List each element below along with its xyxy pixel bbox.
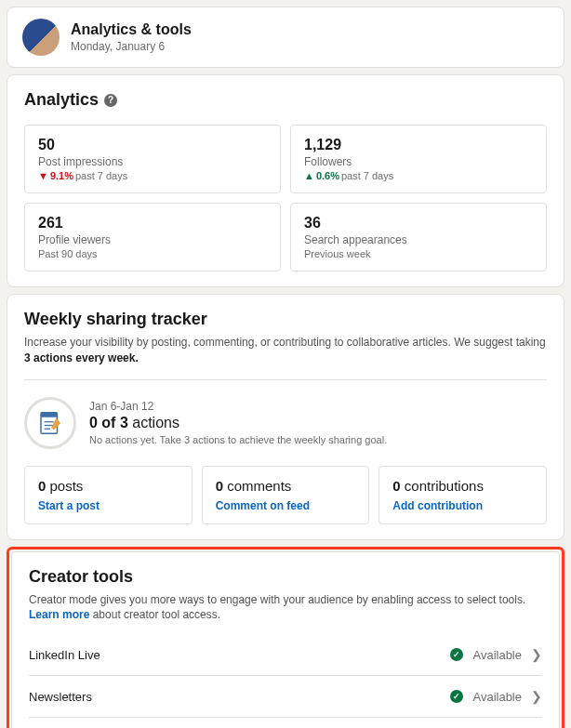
avatar[interactable] <box>22 19 60 56</box>
creator-tools-highlight: Creator tools Creator mode gives you mor… <box>7 547 564 728</box>
availability-label: Available <box>472 690 522 704</box>
comment-feed-link[interactable]: Comment on feed <box>216 499 356 512</box>
stat-sub: Previous week <box>304 248 533 259</box>
stat-search-appearances[interactable]: 36 Search appearances Previous week <box>290 203 547 271</box>
tracker-date-range: Jan 6-Jan 12 <box>89 400 387 413</box>
stat-value: 36 <box>304 215 533 232</box>
help-icon[interactable]: ? <box>104 94 117 107</box>
creator-desc: Creator mode gives you more ways to enga… <box>29 592 542 624</box>
tool-newsletters[interactable]: Newsletters ✓ Available ❯ <box>29 676 542 718</box>
tool-label: Newsletters <box>29 690 92 704</box>
arrow-down-icon: ▼ <box>38 170 48 181</box>
action-count: 0 comments <box>216 478 356 494</box>
stat-sub: ▲0.6% past 7 days <box>304 170 533 181</box>
stat-label: Search appearances <box>304 233 533 246</box>
notepad-icon <box>36 409 64 437</box>
chevron-right-icon: ❯ <box>531 647 542 662</box>
svg-rect-1 <box>41 412 58 417</box>
tracker-body: Jan 6-Jan 12 0 of 3 actions No actions y… <box>24 393 547 458</box>
stat-label: Post impressions <box>38 155 267 168</box>
tracker-hint: No actions yet. Take 3 actions to achiev… <box>89 434 387 445</box>
tracker-card: Weekly sharing tracker Increase your vis… <box>7 294 564 540</box>
stat-sub: ▼9.1% past 7 days <box>38 170 267 181</box>
tool-linkedin-live[interactable]: LinkedIn Live ✓ Available ❯ <box>29 634 542 676</box>
stat-label: Followers <box>304 155 533 168</box>
stat-profile-viewers[interactable]: 261 Profile viewers Past 90 days <box>24 203 281 271</box>
divider <box>24 379 547 380</box>
action-contributions: 0 contributions Add contribution <box>378 466 547 524</box>
availability-label: Available <box>472 648 522 662</box>
action-posts: 0 posts Start a post <box>24 466 193 524</box>
tracker-action-count: 0 of 3 actions <box>89 415 387 431</box>
action-count: 0 posts <box>38 478 179 494</box>
creator-tools-card: Creator tools Creator mode gives you mor… <box>11 551 560 728</box>
stat-followers[interactable]: 1,129 Followers ▲0.6% past 7 days <box>290 125 547 193</box>
check-icon: ✓ <box>450 690 463 703</box>
page-date: Monday, January 6 <box>71 40 192 53</box>
action-count: 0 contributions <box>392 478 533 494</box>
stat-sub: Past 90 days <box>38 248 267 259</box>
stat-post-impressions[interactable]: 50 Post impressions ▼9.1% past 7 days <box>24 125 281 193</box>
stat-value: 50 <box>38 137 267 153</box>
analytics-card: Analytics ? 50 Post impressions ▼9.1% pa… <box>7 74 564 287</box>
stat-value: 261 <box>38 215 267 232</box>
check-icon: ✓ <box>450 648 463 661</box>
tracker-progress-ring <box>24 397 76 449</box>
stat-label: Profile viewers <box>38 233 267 246</box>
chevron-right-icon: ❯ <box>531 689 542 704</box>
analytics-title: Analytics <box>24 90 99 110</box>
arrow-up-icon: ▲ <box>304 170 314 181</box>
tool-follow-link[interactable]: Follow link ✓ Available ❯ <box>29 718 542 728</box>
add-contribution-link[interactable]: Add contribution <box>392 499 533 512</box>
start-post-link[interactable]: Start a post <box>38 499 179 512</box>
tool-label: LinkedIn Live <box>29 648 100 662</box>
tracker-desc: Increase your visibility by posting, com… <box>24 335 547 366</box>
stat-value: 1,129 <box>304 137 533 153</box>
learn-more-link[interactable]: Learn more <box>29 608 89 621</box>
tracker-title: Weekly sharing tracker <box>24 310 547 329</box>
action-comments: 0 comments Comment on feed <box>202 466 370 524</box>
page-title: Analytics & tools <box>71 21 192 38</box>
creator-title: Creator tools <box>29 567 542 587</box>
header-card: Analytics & tools Monday, January 6 <box>7 7 564 68</box>
